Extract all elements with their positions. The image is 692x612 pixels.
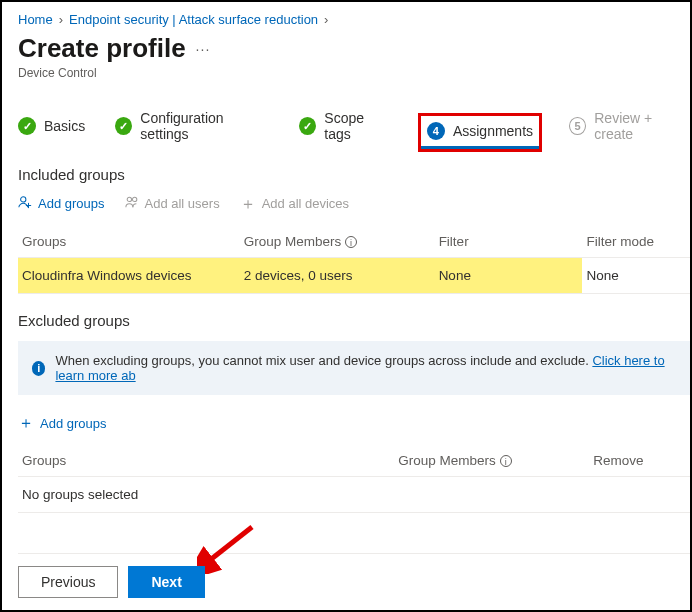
add-excluded-groups-button[interactable]: ＋ Add groups — [18, 415, 107, 431]
group-filter-mode-cell: None — [582, 258, 690, 294]
info-icon[interactable]: i — [500, 455, 512, 467]
page-title: Create profile — [18, 33, 186, 64]
previous-button[interactable]: Previous — [18, 566, 118, 598]
step-label: Assignments — [453, 123, 533, 139]
add-person-icon — [18, 195, 32, 212]
svg-point-0 — [21, 197, 26, 202]
svg-point-4 — [132, 197, 136, 201]
excluded-groups-heading: Excluded groups — [18, 312, 690, 329]
plus-icon: ＋ — [18, 415, 34, 431]
annotation-arrow — [197, 524, 257, 574]
col-filter-mode: Filter mode — [582, 226, 690, 258]
add-groups-label: Add groups — [38, 196, 105, 211]
step-scope-tags[interactable]: Scope tags — [299, 110, 391, 142]
step-label: Basics — [44, 118, 85, 134]
more-menu-button[interactable]: ··· — [196, 41, 211, 57]
excluded-groups-table: Groups Group Members i Remove No groups … — [18, 445, 690, 513]
check-icon — [18, 117, 36, 135]
footer-divider — [18, 553, 690, 554]
wizard-stepper: Basics Configuration settings Scope tags… — [18, 110, 690, 142]
included-toolbar: Add groups Add all users ＋ Add all devic… — [18, 195, 690, 212]
add-all-devices-button[interactable]: ＋ Add all devices — [240, 196, 349, 212]
group-name-cell: Cloudinfra Windows devices — [18, 258, 240, 294]
step-label: Scope tags — [324, 110, 391, 142]
included-groups-table: Groups Group Members i Filter Filter mod… — [18, 226, 690, 294]
breadcrumb-path[interactable]: Endpoint security | Attack surface reduc… — [69, 12, 318, 27]
chevron-right-icon: › — [324, 12, 328, 27]
col-members: Group Members i — [240, 226, 435, 258]
svg-line-5 — [205, 527, 252, 564]
info-banner: i When excluding groups, you cannot mix … — [18, 341, 690, 395]
page-subtitle: Device Control — [18, 66, 690, 80]
group-filter-cell: None — [435, 258, 583, 294]
check-icon — [299, 117, 316, 135]
empty-message: No groups selected — [18, 477, 690, 513]
add-groups-label: Add groups — [40, 416, 107, 431]
col-filter: Filter — [435, 226, 583, 258]
add-groups-button[interactable]: Add groups — [18, 195, 105, 212]
add-all-users-button[interactable]: Add all users — [125, 195, 220, 212]
step-configuration-settings[interactable]: Configuration settings — [115, 110, 269, 142]
step-label: Configuration settings — [140, 110, 269, 142]
people-icon — [125, 195, 139, 212]
info-icon[interactable]: i — [345, 236, 357, 248]
empty-row: No groups selected — [18, 477, 690, 513]
chevron-right-icon: › — [59, 12, 63, 27]
group-members-cell: 2 devices, 0 users — [240, 258, 435, 294]
step-number-icon: 4 — [427, 122, 445, 140]
table-row[interactable]: Cloudinfra Windows devices 2 devices, 0 … — [18, 258, 690, 294]
col-groups: Groups — [18, 226, 240, 258]
info-icon: i — [32, 361, 45, 376]
col-members: Group Members i — [394, 445, 589, 477]
svg-point-3 — [127, 197, 131, 201]
info-banner-text: When excluding groups, you cannot mix us… — [55, 353, 592, 368]
breadcrumb-home[interactable]: Home — [18, 12, 53, 27]
step-basics[interactable]: Basics — [18, 117, 85, 135]
included-groups-heading: Included groups — [18, 166, 690, 183]
step-label: Review + create — [594, 110, 690, 142]
add-all-users-label: Add all users — [145, 196, 220, 211]
col-remove: Remove — [589, 445, 690, 477]
next-button[interactable]: Next — [128, 566, 204, 598]
breadcrumb: Home › Endpoint security | Attack surfac… — [18, 12, 690, 27]
plus-icon: ＋ — [240, 196, 256, 212]
check-icon — [115, 117, 132, 135]
col-groups: Groups — [18, 445, 394, 477]
wizard-footer: Previous Next — [18, 566, 205, 598]
add-all-devices-label: Add all devices — [262, 196, 349, 211]
step-assignments[interactable]: 4 Assignments — [421, 116, 539, 149]
step-number-icon: 5 — [569, 117, 586, 135]
step-review-create: 5 Review + create — [569, 110, 690, 142]
